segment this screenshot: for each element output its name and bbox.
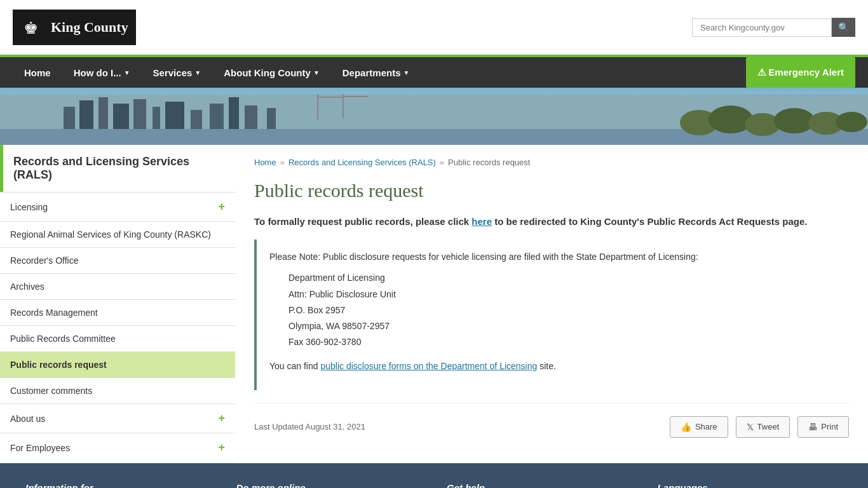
action-bar: Last Updated August 31, 2021 👍 Share 𝕏 T… (254, 403, 849, 451)
address-block: Department of Licensing Attn: Public Dis… (269, 270, 836, 350)
sidebar-item-records-management[interactable]: Records Management (0, 299, 235, 325)
search-button[interactable]: 🔍 (832, 18, 855, 37)
footer-heading-languages: Languages (658, 482, 843, 488)
nav-about[interactable]: About King County ▼ (212, 57, 331, 88)
last-updated: Last Updated August 31, 2021 (254, 422, 365, 431)
footer-heading-online: Do more online (236, 482, 422, 488)
twitter-icon: 𝕏 (747, 422, 754, 432)
svg-rect-7 (113, 104, 129, 129)
share-icon: 👍 (681, 422, 691, 432)
nav-departments[interactable]: Departments ▼ (331, 57, 421, 88)
nav-how-do-i[interactable]: How do I... ▼ (62, 57, 142, 88)
svg-rect-5 (79, 100, 93, 129)
breadcrumb-sep-2: » (440, 158, 444, 167)
sidebar-item-raskc[interactable]: Regional Animal Services of King County … (0, 221, 235, 247)
footer: Information for Residents Do more online… (0, 463, 868, 488)
address-line-5: Fax 360-902-3780 (288, 334, 836, 350)
sidebar-item-public-records-committee[interactable]: Public Records Committee (0, 325, 235, 351)
share-button[interactable]: 👍 Share (670, 416, 728, 438)
footer-col-online: Do more online Trip Planner (236, 482, 422, 488)
about-arrow-icon: ▼ (313, 69, 320, 76)
breadcrumb-current: Public records request (448, 158, 530, 167)
sidebar-item-public-records-request[interactable]: Public records request (0, 351, 235, 377)
footer-col-residents: Information for Residents (25, 482, 211, 488)
search-area: 🔍 (692, 18, 855, 37)
breadcrumb-section[interactable]: Records and Licensing Services (RALS) (288, 158, 436, 167)
departments-arrow-icon: ▼ (403, 69, 409, 76)
notice-text: Please Note: Public disclosure requests … (269, 250, 836, 264)
svg-rect-10 (165, 102, 184, 129)
print-button[interactable]: 🖶 Print (797, 416, 849, 438)
nav-emergency-alert[interactable]: ⚠ Emergency Alert (746, 57, 855, 88)
licensing-expand-icon: + (218, 200, 225, 214)
svg-rect-8 (133, 99, 146, 129)
sidebar-item-licensing[interactable]: Licensing + (0, 192, 235, 221)
main-content: Home » Records and Licensing Services (R… (235, 145, 868, 463)
svg-rect-12 (210, 104, 224, 129)
sidebar-item-archives[interactable]: Archives (0, 273, 235, 299)
breadcrumb: Home » Records and Licensing Services (R… (254, 158, 849, 167)
svg-rect-4 (64, 107, 75, 129)
logo-box: ♚ King County (13, 10, 136, 45)
nav-home[interactable]: Home (13, 57, 62, 88)
address-line-3: P.O. Box 2957 (288, 302, 836, 318)
search-input[interactable] (692, 18, 832, 37)
how-do-i-arrow-icon: ▼ (124, 69, 130, 76)
sidebar-item-recorders-office[interactable]: Recorder's Office (0, 247, 235, 273)
print-icon: 🖶 (808, 422, 817, 432)
licensing-forms-link[interactable]: public disclosure forms on the Departmen… (320, 361, 537, 371)
footer-heading-residents: Information for (25, 482, 211, 488)
breadcrumb-sep-1: » (280, 158, 285, 167)
sidebar-item-customer-comments[interactable]: Customer comments (0, 377, 235, 403)
svg-text:♚: ♚ (24, 19, 38, 37)
king-county-icon: ♚ (20, 15, 46, 40)
employees-expand-icon: + (218, 441, 225, 454)
tweet-button[interactable]: 𝕏 Tweet (736, 416, 790, 438)
address-line-2: Attn: Public Disclosure Unit (288, 287, 836, 302)
find-paragraph: You can find public disclosure forms on … (269, 359, 836, 373)
footer-col-help: Get help Contact us ✉ (447, 482, 632, 488)
sidebar-item-about-us[interactable]: About us + (0, 403, 235, 433)
svg-rect-15 (267, 108, 276, 129)
logo-text: King County (51, 19, 128, 36)
svg-rect-14 (245, 105, 257, 129)
svg-rect-11 (191, 110, 202, 129)
sidebar: Records and Licensing Services (RALS) Li… (0, 145, 235, 463)
svg-rect-6 (98, 97, 108, 129)
svg-rect-9 (153, 107, 160, 129)
main-nav: Home How do I... ▼ Services ▼ About King… (0, 57, 868, 88)
footer-heading-help: Get help (447, 482, 632, 488)
sidebar-item-for-employees[interactable]: For Employees + (0, 433, 235, 462)
logo-area: ♚ King County (13, 10, 136, 45)
sidebar-title: Records and Licensing Services (RALS) (0, 145, 235, 192)
main-layout: Records and Licensing Services (RALS) Li… (0, 145, 868, 463)
about-expand-icon: + (218, 412, 225, 425)
svg-point-19 (774, 108, 815, 133)
svg-point-21 (836, 112, 867, 132)
nav-services[interactable]: Services ▼ (142, 57, 213, 88)
footer-col-languages: Languages En Español (658, 482, 843, 488)
address-line-4: Olympia, WA 98507-2957 (288, 318, 836, 334)
page-title: Public records request (254, 180, 849, 201)
services-arrow-icon: ▼ (194, 69, 201, 76)
breadcrumb-home[interactable]: Home (254, 158, 276, 167)
notice-block: Please Note: Public disclosure requests … (254, 240, 849, 390)
hero-image (0, 88, 868, 145)
top-header: ♚ King County 🔍 (0, 0, 868, 57)
here-link[interactable]: here (471, 216, 492, 227)
intro-paragraph: To formally request public records, plea… (254, 214, 849, 229)
address-line-1: Department of Licensing (288, 270, 836, 286)
svg-rect-13 (229, 97, 239, 129)
